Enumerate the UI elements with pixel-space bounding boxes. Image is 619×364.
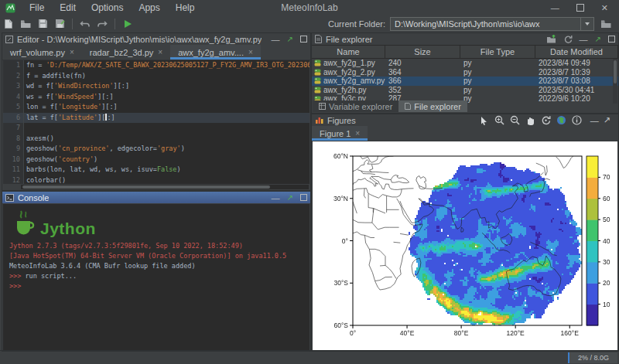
code-line[interactable]: 2f = addfile(fn) — [3, 71, 310, 82]
rotate-tool-icon[interactable] — [541, 115, 552, 126]
panel-maximize-icon[interactable] — [300, 194, 307, 201]
panel-float-icon[interactable]: ↗ — [287, 36, 293, 43]
file-modified: 2023/8/7 03:08 — [535, 77, 618, 86]
tab-close-icon[interactable]: × — [70, 48, 74, 56]
code-line[interactable]: 9geoshow('cn_province', edgecolor='gray'… — [3, 144, 310, 155]
run-script-button[interactable] — [119, 17, 136, 31]
redo-button[interactable] — [94, 17, 111, 31]
file-table-header[interactable]: NameSizeFile TypeDate Modified — [312, 45, 618, 59]
editor-icon — [5, 36, 13, 43]
code-line[interactable]: 6lat = f['Latitude'][:] — [3, 113, 310, 124]
column-header-size[interactable]: Size — [385, 46, 460, 58]
editor-tab-label: wrf_volume.py — [10, 48, 65, 57]
jython-logo-text: Jython — [40, 219, 96, 238]
file-row[interactable]: awx_fy2g_amv.py366py2023/8/7 03:08 — [312, 77, 618, 86]
file-explorer-icon — [405, 103, 411, 110]
window-maximize-button[interactable] — [576, 4, 584, 12]
tab-close-icon[interactable]: × — [158, 48, 162, 56]
line-number: 6 — [3, 113, 24, 124]
globe-tool-icon[interactable] — [556, 115, 567, 126]
code-line[interactable]: 11barbs(lon, lat, wd, ws, ws, isuv=False… — [3, 165, 310, 175]
menu-options[interactable]: Options — [84, 1, 131, 15]
tab-variable-explorer[interactable]: Variable explorer — [313, 100, 398, 112]
file-row[interactable]: awx_fy2h.py352py2023/5/30 04:41 — [312, 86, 618, 95]
panel-minimize-icon[interactable]: — — [272, 36, 280, 43]
refresh-icon[interactable] — [563, 35, 573, 44]
line-number: 1 — [3, 60, 24, 71]
console-line: >>> run script... — [9, 271, 306, 281]
menu-apps[interactable]: Apps — [131, 1, 167, 15]
zoom-out-tool-icon[interactable] — [510, 115, 521, 126]
editor-tab[interactable]: wrf_volume.py× — [2, 45, 82, 60]
panel-float-icon[interactable]: ↗ — [595, 36, 601, 43]
panel-minimize-icon[interactable]: — — [272, 194, 280, 202]
editor-horizontal-scrollbar[interactable] — [21, 185, 309, 189]
current-folder-label: Current Folder: — [328, 19, 385, 29]
code-line[interactable]: 3wd = f['WindDirection'][:] — [3, 81, 310, 92]
file-list-scrollbar[interactable] — [613, 59, 617, 104]
column-header-date-modified[interactable]: Date Modified — [535, 46, 618, 58]
code-line[interactable]: 12colorbar() — [3, 175, 310, 185]
file-row[interactable]: awx_fy2g_1.py240py2023/8/4 09:49 — [312, 59, 618, 68]
console-output[interactable]: Jython Jython 2.7.3 (tags/v2.7.3:5f29801… — [3, 204, 310, 350]
editor-tab[interactable]: radar_bz2_3d.py× — [82, 45, 170, 60]
code-line[interactable]: 4ws = f['WindSpeed'][:] — [3, 92, 310, 103]
pan-tool-icon[interactable] — [525, 115, 536, 126]
current-folder-combobox[interactable]: D:\Working\MIScript\Jython\mis\io\awx — [390, 17, 594, 31]
zoom-in-tool-icon[interactable] — [494, 115, 505, 126]
window-minimize-button[interactable]: — — [551, 3, 559, 12]
figure-tab[interactable]: Figure 1 × — [312, 126, 368, 141]
file-size: 352 — [385, 86, 460, 95]
save-as-button[interactable] — [51, 17, 68, 31]
editor-tab-label: radar_bz2_3d.py — [90, 48, 154, 57]
info-tool-icon[interactable] — [572, 115, 583, 126]
figures-panel-title: Figures — [327, 116, 356, 125]
panel-minimize-icon[interactable]: — — [580, 36, 588, 43]
undo-button[interactable] — [77, 17, 94, 31]
tab-close-icon[interactable]: × — [355, 129, 360, 138]
code-editor[interactable]: 1fn = 'D:/Temp/AWX/Z_SATE_C_BAWX_2023062… — [3, 60, 310, 184]
column-header-file-type[interactable]: File Type — [460, 46, 535, 58]
code-line[interactable]: 8axesm() — [3, 134, 310, 145]
file-modified: 2023/5/30 04:41 — [535, 86, 618, 95]
browse-folder-button[interactable] — [597, 17, 614, 31]
scrollbar-thumb[interactable] — [22, 185, 270, 189]
combo-dropdown-button[interactable] — [580, 18, 593, 30]
file-modified: 2022/9/6 10:20 — [535, 94, 618, 104]
save-button[interactable] — [34, 17, 51, 31]
code-line[interactable]: 10geoshow('country') — [3, 155, 310, 165]
code-line[interactable]: 7 — [3, 123, 310, 134]
editor-tab[interactable]: awx_fy2g_amv....× — [170, 45, 261, 60]
code-text: f = addfile(fn) — [24, 71, 86, 82]
editor-tab-label: awx_fy2g_amv.... — [178, 48, 244, 57]
panel-maximize-icon[interactable] — [608, 36, 615, 43]
figure-canvas[interactable]: 0°40°E80°E120°E160°E60°N30°N0°30°S60°S10… — [313, 141, 617, 350]
tab-close-icon[interactable]: × — [248, 48, 253, 56]
file-size: 366 — [385, 77, 460, 86]
column-header-name[interactable]: Name — [312, 46, 385, 58]
menu-file[interactable]: File — [22, 1, 52, 15]
panel-float-icon[interactable]: ↗ — [604, 115, 610, 125]
colorbar-tick-label: 40 — [603, 237, 610, 245]
colorbar-band — [587, 262, 598, 284]
file-name: awx_fy2g_amv.py — [312, 77, 385, 86]
menu-help[interactable]: Help — [168, 1, 203, 15]
code-line[interactable]: 5lon = f['Longitude'][:] — [3, 102, 310, 113]
panel-maximize-icon[interactable] — [300, 36, 307, 43]
colorbar-band — [587, 283, 598, 304]
console-line: >>> — [9, 281, 306, 291]
scrollbar-thumb[interactable] — [614, 60, 617, 83]
y-tick-label: 0° — [342, 237, 348, 245]
open-folder-button[interactable] — [17, 17, 34, 31]
panel-minimize-icon[interactable]: — — [590, 116, 599, 125]
figures-tab-bar: Figure 1 × — [312, 126, 618, 141]
window-close-button[interactable]: ✕ — [601, 3, 608, 13]
new-file-button[interactable] — [0, 17, 17, 31]
code-line[interactable]: 1fn = 'D:/Temp/AWX/Z_SATE_C_BAWX_2023062… — [3, 60, 310, 71]
panel-float-icon[interactable]: ↗ — [287, 194, 293, 202]
folder-up-icon[interactable] — [546, 35, 556, 43]
menu-edit[interactable]: Edit — [52, 1, 84, 15]
pointer-tool-icon[interactable] — [479, 115, 490, 126]
tab-file-explorer[interactable]: File explorer — [398, 100, 467, 112]
file-row[interactable]: awx_fy2g_2.py364py2023/8/7 10:39 — [312, 68, 618, 77]
